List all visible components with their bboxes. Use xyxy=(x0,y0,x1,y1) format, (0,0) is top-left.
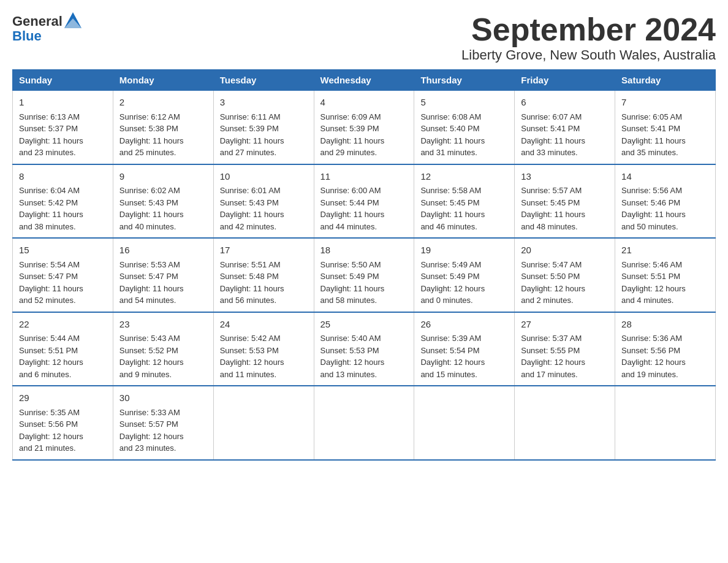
day-info: Sunrise: 6:11 AMSunset: 5:39 PMDaylight:… xyxy=(220,111,308,159)
logo-blue-text: Blue xyxy=(12,28,42,44)
day-info: Sunrise: 5:36 AMSunset: 5:56 PMDaylight:… xyxy=(621,332,709,380)
calendar-cell xyxy=(515,386,615,460)
day-number: 7 xyxy=(621,96,709,110)
day-number: 4 xyxy=(320,96,408,110)
day-info: Sunrise: 6:01 AMSunset: 5:43 PMDaylight:… xyxy=(220,185,308,232)
day-number: 10 xyxy=(220,170,308,184)
day-number: 17 xyxy=(220,243,308,258)
calendar-cell: 9Sunrise: 6:02 AMSunset: 5:43 PMDaylight… xyxy=(113,164,213,239)
weekday-header-saturday: Saturday xyxy=(615,70,716,91)
day-number: 8 xyxy=(19,170,107,184)
day-info: Sunrise: 5:39 AMSunset: 5:54 PMDaylight:… xyxy=(420,332,508,380)
day-info: Sunrise: 5:51 AMSunset: 5:48 PMDaylight:… xyxy=(220,259,308,307)
day-number: 3 xyxy=(220,96,308,110)
day-number: 1 xyxy=(19,96,107,110)
day-info: Sunrise: 6:13 AMSunset: 5:37 PMDaylight:… xyxy=(19,111,107,159)
calendar-cell: 30Sunrise: 5:33 AMSunset: 5:57 PMDayligh… xyxy=(113,386,213,460)
calendar-cell: 6Sunrise: 6:07 AMSunset: 5:41 PMDaylight… xyxy=(515,91,615,164)
calendar-week-row: 22Sunrise: 5:44 AMSunset: 5:51 PMDayligh… xyxy=(13,312,716,386)
page-title: September 2024 xyxy=(461,12,716,47)
day-number: 20 xyxy=(521,243,609,258)
day-info: Sunrise: 5:33 AMSunset: 5:57 PMDaylight:… xyxy=(119,407,207,454)
weekday-header-thursday: Thursday xyxy=(414,70,515,91)
day-number: 15 xyxy=(19,243,107,258)
logo: General Blue xyxy=(12,12,82,44)
calendar-cell: 16Sunrise: 5:53 AMSunset: 5:47 PMDayligh… xyxy=(113,238,213,312)
svg-marker-1 xyxy=(64,18,82,28)
calendar-cell: 21Sunrise: 5:46 AMSunset: 5:51 PMDayligh… xyxy=(615,238,716,312)
day-number: 21 xyxy=(621,243,709,258)
calendar-cell: 26Sunrise: 5:39 AMSunset: 5:54 PMDayligh… xyxy=(414,312,515,386)
day-number: 27 xyxy=(521,318,609,332)
weekday-header-wednesday: Wednesday xyxy=(314,70,414,91)
day-info: Sunrise: 6:02 AMSunset: 5:43 PMDaylight:… xyxy=(119,185,207,232)
day-number: 26 xyxy=(420,318,508,332)
calendar-cell: 18Sunrise: 5:50 AMSunset: 5:49 PMDayligh… xyxy=(314,238,414,312)
calendar-cell: 14Sunrise: 5:56 AMSunset: 5:46 PMDayligh… xyxy=(615,164,716,239)
calendar-cell: 10Sunrise: 6:01 AMSunset: 5:43 PMDayligh… xyxy=(213,164,314,239)
day-info: Sunrise: 5:49 AMSunset: 5:49 PMDaylight:… xyxy=(420,259,508,307)
calendar-cell xyxy=(213,386,314,460)
day-info: Sunrise: 5:40 AMSunset: 5:53 PMDaylight:… xyxy=(320,332,408,380)
day-info: Sunrise: 5:44 AMSunset: 5:51 PMDaylight:… xyxy=(19,332,107,380)
calendar-cell: 13Sunrise: 5:57 AMSunset: 5:45 PMDayligh… xyxy=(515,164,615,239)
day-info: Sunrise: 5:56 AMSunset: 5:46 PMDaylight:… xyxy=(621,185,709,232)
day-number: 18 xyxy=(320,243,408,258)
weekday-header-sunday: Sunday xyxy=(13,70,113,91)
calendar-cell: 5Sunrise: 6:08 AMSunset: 5:40 PMDaylight… xyxy=(414,91,515,164)
calendar-cell xyxy=(615,386,716,460)
day-number: 14 xyxy=(621,170,709,184)
title-section: September 2024 Liberty Grove, New South … xyxy=(461,12,716,63)
day-number: 24 xyxy=(220,318,308,332)
page-subtitle: Liberty Grove, New South Wales, Australi… xyxy=(461,47,716,63)
day-number: 6 xyxy=(521,96,609,110)
day-number: 2 xyxy=(119,96,207,110)
calendar-cell: 15Sunrise: 5:54 AMSunset: 5:47 PMDayligh… xyxy=(13,238,113,312)
day-number: 25 xyxy=(320,318,408,332)
calendar-cell: 20Sunrise: 5:47 AMSunset: 5:50 PMDayligh… xyxy=(515,238,615,312)
day-info: Sunrise: 6:00 AMSunset: 5:44 PMDaylight:… xyxy=(320,185,408,232)
calendar-week-row: 29Sunrise: 5:35 AMSunset: 5:56 PMDayligh… xyxy=(13,386,716,460)
day-number: 12 xyxy=(420,170,508,184)
calendar-cell: 2Sunrise: 6:12 AMSunset: 5:38 PMDaylight… xyxy=(113,91,213,164)
calendar-week-row: 1Sunrise: 6:13 AMSunset: 5:37 PMDaylight… xyxy=(13,91,716,164)
calendar-cell: 8Sunrise: 6:04 AMSunset: 5:42 PMDaylight… xyxy=(13,164,113,239)
weekday-header-monday: Monday xyxy=(113,70,213,91)
day-info: Sunrise: 5:54 AMSunset: 5:47 PMDaylight:… xyxy=(19,259,107,307)
weekday-header-friday: Friday xyxy=(515,70,615,91)
day-info: Sunrise: 5:37 AMSunset: 5:55 PMDaylight:… xyxy=(521,332,609,380)
day-number: 5 xyxy=(420,96,508,110)
calendar-cell: 3Sunrise: 6:11 AMSunset: 5:39 PMDaylight… xyxy=(213,91,314,164)
calendar-cell: 19Sunrise: 5:49 AMSunset: 5:49 PMDayligh… xyxy=(414,238,515,312)
day-number: 16 xyxy=(119,243,207,258)
day-info: Sunrise: 5:46 AMSunset: 5:51 PMDaylight:… xyxy=(621,259,709,307)
calendar-cell: 11Sunrise: 6:00 AMSunset: 5:44 PMDayligh… xyxy=(314,164,414,239)
day-info: Sunrise: 6:05 AMSunset: 5:41 PMDaylight:… xyxy=(621,111,709,159)
calendar-week-row: 15Sunrise: 5:54 AMSunset: 5:47 PMDayligh… xyxy=(13,238,716,312)
calendar-cell: 22Sunrise: 5:44 AMSunset: 5:51 PMDayligh… xyxy=(13,312,113,386)
calendar-week-row: 8Sunrise: 6:04 AMSunset: 5:42 PMDaylight… xyxy=(13,164,716,239)
calendar-cell: 24Sunrise: 5:42 AMSunset: 5:53 PMDayligh… xyxy=(213,312,314,386)
weekday-header-tuesday: Tuesday xyxy=(213,70,314,91)
day-info: Sunrise: 5:53 AMSunset: 5:47 PMDaylight:… xyxy=(119,259,207,307)
logo-icon xyxy=(64,12,82,28)
day-info: Sunrise: 6:08 AMSunset: 5:40 PMDaylight:… xyxy=(420,111,508,159)
day-info: Sunrise: 5:50 AMSunset: 5:49 PMDaylight:… xyxy=(320,259,408,307)
day-info: Sunrise: 5:35 AMSunset: 5:56 PMDaylight:… xyxy=(19,407,107,454)
day-number: 19 xyxy=(420,243,508,258)
day-info: Sunrise: 6:04 AMSunset: 5:42 PMDaylight:… xyxy=(19,185,107,232)
day-info: Sunrise: 6:07 AMSunset: 5:41 PMDaylight:… xyxy=(521,111,609,159)
day-info: Sunrise: 6:09 AMSunset: 5:39 PMDaylight:… xyxy=(320,111,408,159)
day-number: 13 xyxy=(521,170,609,184)
day-info: Sunrise: 5:43 AMSunset: 5:52 PMDaylight:… xyxy=(119,332,207,380)
calendar-cell xyxy=(414,386,515,460)
logo-general-text: General xyxy=(12,13,63,29)
day-info: Sunrise: 5:47 AMSunset: 5:50 PMDaylight:… xyxy=(521,259,609,307)
day-number: 30 xyxy=(119,391,207,405)
day-info: Sunrise: 5:58 AMSunset: 5:45 PMDaylight:… xyxy=(420,185,508,232)
day-number: 22 xyxy=(19,318,107,332)
calendar-cell: 7Sunrise: 6:05 AMSunset: 5:41 PMDaylight… xyxy=(615,91,716,164)
calendar-cell: 27Sunrise: 5:37 AMSunset: 5:55 PMDayligh… xyxy=(515,312,615,386)
day-number: 23 xyxy=(119,318,207,332)
page-header: General Blue September 2024 Liberty Grov… xyxy=(12,12,716,63)
